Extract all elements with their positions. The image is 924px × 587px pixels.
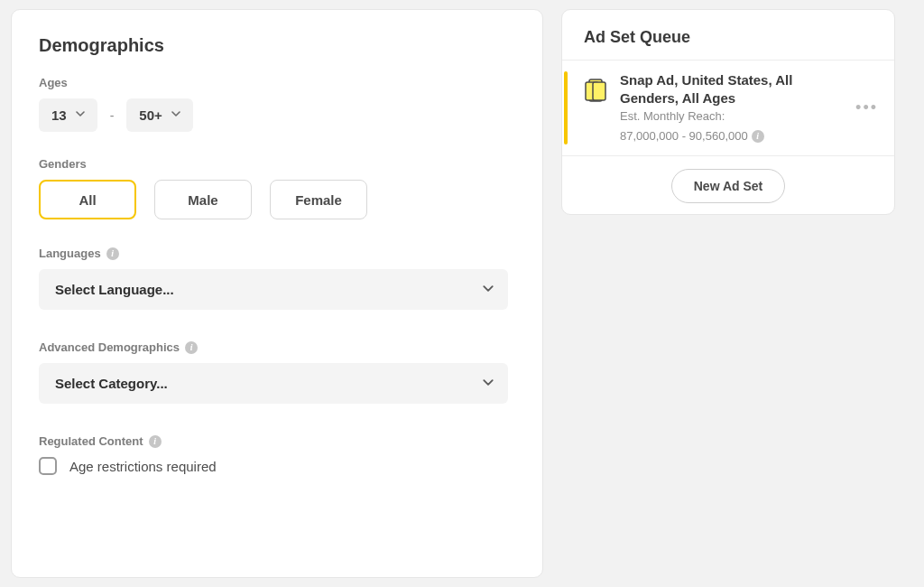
chevron-down-icon xyxy=(483,285,492,294)
languages-placeholder: Select Language... xyxy=(55,282,174,297)
queue-item-subtitle: Est. Monthly Reach: 87,000,000 - 90,560,… xyxy=(620,108,852,144)
queue-title: Ad Set Queue xyxy=(584,28,873,47)
gender-option-all[interactable]: All xyxy=(39,180,136,219)
ages-row: 13 - 50+ xyxy=(39,98,515,132)
ad-set-queue-panel: Ad Set Queue Snap Ad, United States, All… xyxy=(561,9,895,215)
advanced-demographics-select[interactable]: Select Category... xyxy=(39,363,508,404)
chevron-down-icon xyxy=(483,379,492,388)
languages-label: Languages i xyxy=(39,247,515,260)
queue-item[interactable]: Snap Ad, United States, All Genders, All… xyxy=(562,60,894,156)
snap-ad-icon xyxy=(580,75,611,106)
reach-value: 87,000,000 - 90,560,000 xyxy=(620,128,748,144)
advanced-placeholder: Select Category... xyxy=(55,376,168,391)
gender-option-male[interactable]: Male xyxy=(154,180,252,219)
ages-label: Ages xyxy=(39,76,515,89)
chevron-down-icon xyxy=(76,111,85,120)
regulated-content-label: Regulated Content i xyxy=(39,434,515,448)
age-min-value: 13 xyxy=(51,107,67,123)
demographics-title: Demographics xyxy=(39,35,515,56)
age-max-select[interactable]: 50+ xyxy=(126,98,192,132)
queue-header: Ad Set Queue xyxy=(562,10,894,60)
advanced-label-text: Advanced Demographics xyxy=(39,340,180,354)
more-icon[interactable]: ••• xyxy=(852,95,882,121)
demographics-panel: Demographics Ages 13 - 50+ Genders All M… xyxy=(11,9,543,578)
queue-footer: New Ad Set xyxy=(562,156,894,219)
languages-label-text: Languages xyxy=(39,247,101,260)
age-separator: - xyxy=(110,108,115,123)
queue-item-title: Snap Ad, United States, All Genders, All… xyxy=(620,71,852,107)
age-restrictions-checkbox[interactable] xyxy=(39,457,57,475)
svg-rect-2 xyxy=(593,82,605,100)
chevron-down-icon xyxy=(171,111,180,120)
gender-option-female[interactable]: Female xyxy=(270,180,367,219)
genders-row: All Male Female xyxy=(39,180,515,219)
age-max-value: 50+ xyxy=(139,107,162,123)
age-restrictions-label: Age restrictions required xyxy=(69,459,217,474)
queue-item-accent xyxy=(564,71,568,144)
languages-select[interactable]: Select Language... xyxy=(39,269,508,310)
reach-label: Est. Monthly Reach: xyxy=(620,108,725,125)
age-min-select[interactable]: 13 xyxy=(39,98,97,132)
age-restrictions-row: Age restrictions required xyxy=(39,457,515,475)
genders-label: Genders xyxy=(39,157,515,171)
advanced-demographics-label: Advanced Demographics i xyxy=(39,340,515,354)
new-ad-set-button[interactable]: New Ad Set xyxy=(671,169,786,203)
info-icon[interactable]: i xyxy=(185,341,198,354)
regulated-label-text: Regulated Content xyxy=(39,434,143,448)
info-icon[interactable]: i xyxy=(106,247,119,260)
info-icon[interactable]: i xyxy=(149,435,162,448)
info-icon[interactable]: i xyxy=(752,130,764,143)
queue-item-text: Snap Ad, United States, All Genders, All… xyxy=(620,71,852,144)
